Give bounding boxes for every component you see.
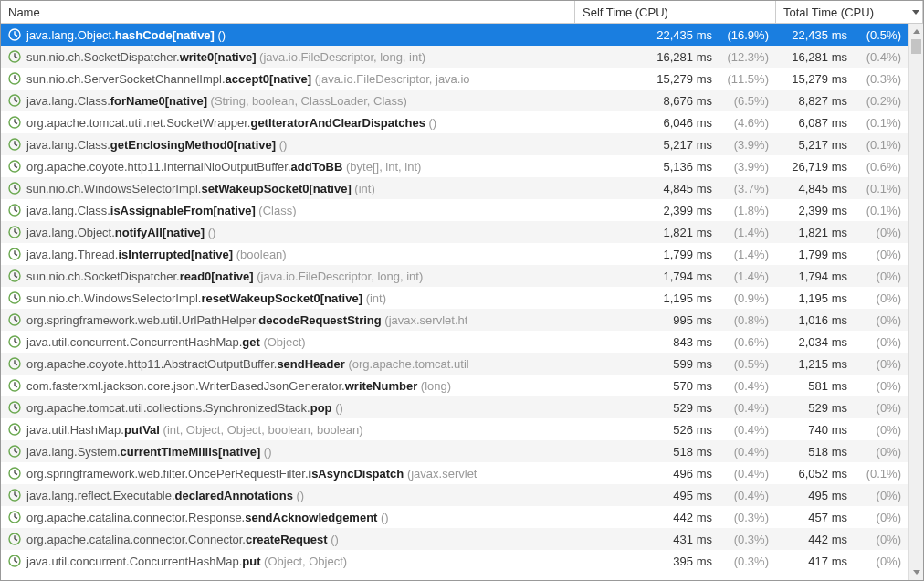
method-name: org.springframework.web.util.UrlPathHelp… <box>26 313 467 327</box>
svg-line-71 <box>15 539 17 541</box>
svg-line-5 <box>15 57 17 58</box>
name-cell: org.apache.catalina.connector.Response.s… <box>1 511 575 524</box>
table-row[interactable]: java.lang.reflect.Executable.declaredAnn… <box>1 484 908 506</box>
total-time-cell: 6,052 ms(0.1%) <box>776 467 908 481</box>
table-row[interactable]: java.lang.Class.getEnclosingMethod0[nati… <box>1 133 908 155</box>
clock-icon <box>8 226 21 238</box>
table-row[interactable]: org.apache.tomcat.util.collections.Synch… <box>1 396 908 418</box>
total-time-cell: 529 ms(0%) <box>776 401 908 415</box>
name-cell: sun.nio.ch.WindowsSelectorImpl.setWakeup… <box>1 182 575 195</box>
scrollbar-thumb[interactable] <box>911 39 921 54</box>
table-row[interactable]: sun.nio.ch.SocketDispatcher.read0[native… <box>1 265 908 287</box>
self-time-cell: 1,794 ms(1.4%) <box>575 269 776 283</box>
table-row[interactable]: java.lang.Object.hashCode[native] ()22,4… <box>1 24 908 46</box>
table-row[interactable]: java.lang.Class.forName0[native] (String… <box>1 90 908 111</box>
total-time-cell: 6,087 ms(0.1%) <box>776 116 908 130</box>
svg-line-2 <box>15 35 17 37</box>
svg-line-32 <box>15 254 17 256</box>
table-row[interactable]: org.apache.tomcat.util.net.SocketWrapper… <box>1 111 908 133</box>
clock-icon <box>8 28 21 41</box>
column-header-name[interactable]: Name <box>1 1 575 23</box>
name-cell: sun.nio.ch.WindowsSelectorImpl.resetWake… <box>1 291 575 305</box>
column-header-total-time[interactable]: Total Time (CPU) <box>776 1 908 23</box>
table-row[interactable]: org.apache.catalina.connector.Response.s… <box>1 506 908 528</box>
self-time-cell: 6,046 ms(4.6%) <box>575 116 776 130</box>
self-time-cell: 529 ms(0.4%) <box>575 401 776 415</box>
clock-icon <box>8 423 21 436</box>
total-time-cell: 1,794 ms(0%) <box>776 269 908 283</box>
method-name: org.apache.coyote.http11.AbstractOutputB… <box>26 357 469 371</box>
table-row[interactable]: org.apache.coyote.http11.InternalNioOutp… <box>1 155 908 177</box>
total-time-cell: 1,215 ms(0%) <box>776 357 908 371</box>
table-row[interactable]: sun.nio.ch.ServerSocketChannelImpl.accep… <box>1 68 908 90</box>
svg-line-50 <box>15 386 17 387</box>
method-name: org.apache.tomcat.util.net.SocketWrapper… <box>26 116 436 130</box>
self-time-cell: 1,821 ms(1.4%) <box>575 226 776 239</box>
svg-line-68 <box>15 517 17 519</box>
total-time-cell: 8,827 ms(0.2%) <box>776 94 908 108</box>
clock-icon <box>8 533 21 545</box>
clock-icon <box>8 489 21 502</box>
table-row[interactable]: java.util.concurrent.ConcurrentHashMap.p… <box>1 550 908 572</box>
method-name: sun.nio.ch.ServerSocketChannelImpl.accep… <box>26 72 470 86</box>
profiler-table: Name Self Time (CPU) Total Time (CPU) ja… <box>0 0 924 581</box>
table-row[interactable]: java.util.concurrent.ConcurrentHashMap.g… <box>1 331 908 353</box>
table-row[interactable]: org.springframework.web.util.UrlPathHelp… <box>1 309 908 331</box>
method-name: java.util.HashMap.putVal (int, Object, O… <box>26 423 363 437</box>
svg-line-26 <box>15 210 17 212</box>
clock-icon <box>8 335 21 348</box>
name-cell: sun.nio.ch.ServerSocketChannelImpl.accep… <box>1 72 575 86</box>
name-cell: java.util.concurrent.ConcurrentHashMap.p… <box>1 555 575 568</box>
vertical-scrollbar[interactable] <box>908 24 923 580</box>
scroll-up-button[interactable] <box>909 24 923 39</box>
table-row[interactable]: sun.nio.ch.WindowsSelectorImpl.resetWake… <box>1 287 908 309</box>
total-time-cell: 457 ms(0%) <box>776 511 908 524</box>
clock-icon <box>8 94 21 107</box>
name-cell: org.springframework.web.util.UrlPathHelp… <box>1 313 575 327</box>
table-row[interactable]: org.apache.coyote.http11.AbstractOutputB… <box>1 353 908 375</box>
svg-line-62 <box>15 473 17 475</box>
method-name: java.util.concurrent.ConcurrentHashMap.g… <box>26 335 306 349</box>
column-menu-button[interactable] <box>908 1 923 23</box>
table-row[interactable]: sun.nio.ch.WindowsSelectorImpl.setWakeup… <box>1 177 908 199</box>
column-header-self-time[interactable]: Self Time (CPU) <box>575 1 776 23</box>
clock-icon <box>8 313 21 326</box>
name-cell: java.lang.Object.notifyAll[native] () <box>1 226 575 239</box>
table-row[interactable]: java.util.HashMap.putVal (int, Object, O… <box>1 418 908 440</box>
table-header: Name Self Time (CPU) Total Time (CPU) <box>1 1 923 24</box>
self-time-cell: 518 ms(0.4%) <box>575 445 776 459</box>
svg-line-38 <box>15 298 17 300</box>
self-time-cell: 22,435 ms(16.9%) <box>575 28 776 42</box>
table-row[interactable]: java.lang.Object.notifyAll[native] ()1,8… <box>1 221 908 243</box>
table-row[interactable]: java.lang.Class.isAssignableFrom[native]… <box>1 199 908 221</box>
self-time-cell: 5,217 ms(3.9%) <box>575 138 776 152</box>
self-time-cell: 5,136 ms(3.9%) <box>575 160 776 174</box>
clock-icon <box>8 555 21 567</box>
method-name: java.util.concurrent.ConcurrentHashMap.p… <box>26 555 347 568</box>
self-time-cell: 1,799 ms(1.4%) <box>575 248 776 261</box>
svg-line-53 <box>15 407 17 409</box>
method-name: org.apache.coyote.http11.InternalNioOutp… <box>26 160 421 174</box>
self-time-cell: 16,281 ms(12.3%) <box>575 50 776 64</box>
scrollbar-track[interactable] <box>909 39 923 565</box>
table-row[interactable]: sun.nio.ch.SocketDispatcher.write0[nativ… <box>1 46 908 68</box>
self-time-cell: 4,845 ms(3.7%) <box>575 182 776 195</box>
svg-line-14 <box>15 122 17 124</box>
table-row[interactable]: com.fasterxml.jackson.core.json.WriterBa… <box>1 375 908 396</box>
clock-icon <box>8 204 21 217</box>
clock-icon <box>8 291 21 304</box>
table-row[interactable]: org.apache.catalina.connector.Connector.… <box>1 528 908 550</box>
clock-icon <box>8 50 21 63</box>
table-row[interactable]: java.lang.System.currentTimeMillis[nativ… <box>1 440 908 462</box>
clock-icon <box>8 72 21 85</box>
method-name: org.apache.catalina.connector.Response.s… <box>26 511 389 524</box>
total-time-cell: 442 ms(0%) <box>776 533 908 546</box>
name-cell: com.fasterxml.jackson.core.json.WriterBa… <box>1 379 575 393</box>
scroll-down-button[interactable] <box>909 565 923 580</box>
table-row[interactable]: java.lang.Thread.isInterrupted[native] (… <box>1 243 908 265</box>
self-time-cell: 843 ms(0.6%) <box>575 335 776 349</box>
table-row[interactable]: org.springframework.web.filter.OncePerRe… <box>1 462 908 484</box>
chevron-down-icon <box>913 570 920 575</box>
method-name: java.lang.Class.getEnclosingMethod0[nati… <box>26 138 287 152</box>
name-cell: java.lang.System.currentTimeMillis[nativ… <box>1 445 575 459</box>
